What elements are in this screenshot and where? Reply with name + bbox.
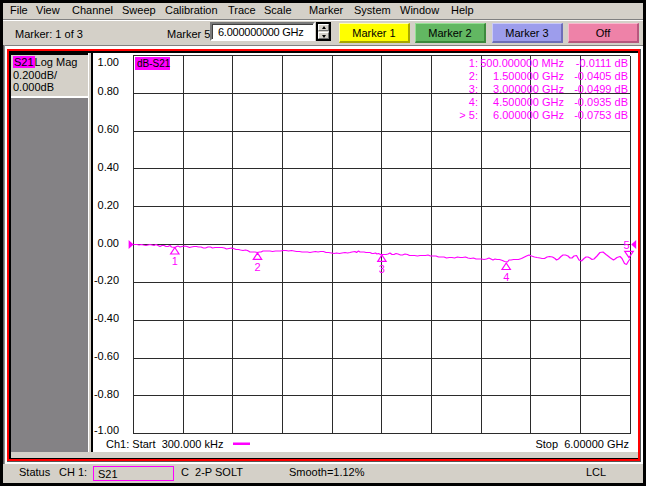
svg-text:0.40: 0.40 [98, 161, 119, 173]
svg-text:-0.0753 dB: -0.0753 dB [574, 109, 628, 121]
svg-text:-1.00: -1.00 [94, 424, 119, 436]
svg-text:5: 5 [623, 239, 629, 251]
svg-text:4.500000 GHz: 4.500000 GHz [493, 96, 564, 108]
svg-text:4: 4 [503, 271, 509, 283]
svg-text:Ch1: Start 300.000 kHz: Ch1: Start 300.000 kHz [106, 438, 223, 450]
svg-text:0.60: 0.60 [98, 123, 119, 135]
svg-text:-0.40: -0.40 [94, 312, 119, 324]
svg-text:-0.20: -0.20 [94, 274, 119, 286]
svg-text:500.000000 MHz: 500.000000 MHz [480, 57, 564, 69]
svg-text:0.00: 0.00 [98, 237, 119, 249]
svg-text:3.000000 GHz: 3.000000 GHz [493, 83, 564, 95]
svg-text:6.000000 GHz: 6.000000 GHz [493, 109, 564, 121]
svg-text:1:: 1: [469, 57, 478, 69]
svg-text:2:: 2: [469, 70, 478, 82]
svg-text:-0.0405 dB: -0.0405 dB [574, 70, 628, 82]
svg-text:3: 3 [379, 263, 385, 275]
svg-text:1.500000 GHz: 1.500000 GHz [493, 70, 564, 82]
svg-text:0.80: 0.80 [98, 85, 119, 97]
svg-text:1: 1 [172, 255, 178, 267]
svg-text:0.20: 0.20 [98, 199, 119, 211]
svg-text:1.00: 1.00 [98, 56, 119, 68]
svg-text:-0.0499 dB: -0.0499 dB [574, 83, 628, 95]
svg-text:-0.80: -0.80 [94, 388, 119, 400]
svg-text:2: 2 [254, 261, 260, 273]
svg-text:3:: 3: [469, 83, 478, 95]
svg-text:dB-S21: dB-S21 [137, 58, 171, 69]
svg-text:Stop 6.00000 GHz: Stop 6.00000 GHz [535, 438, 629, 450]
svg-text:> 5:: > 5: [459, 109, 478, 121]
svg-text:-0.0111 dB: -0.0111 dB [576, 57, 628, 69]
svg-text:-0.60: -0.60 [94, 350, 119, 362]
svg-text:-0.0935 dB: -0.0935 dB [574, 96, 628, 108]
svg-text:4:: 4: [469, 96, 478, 108]
